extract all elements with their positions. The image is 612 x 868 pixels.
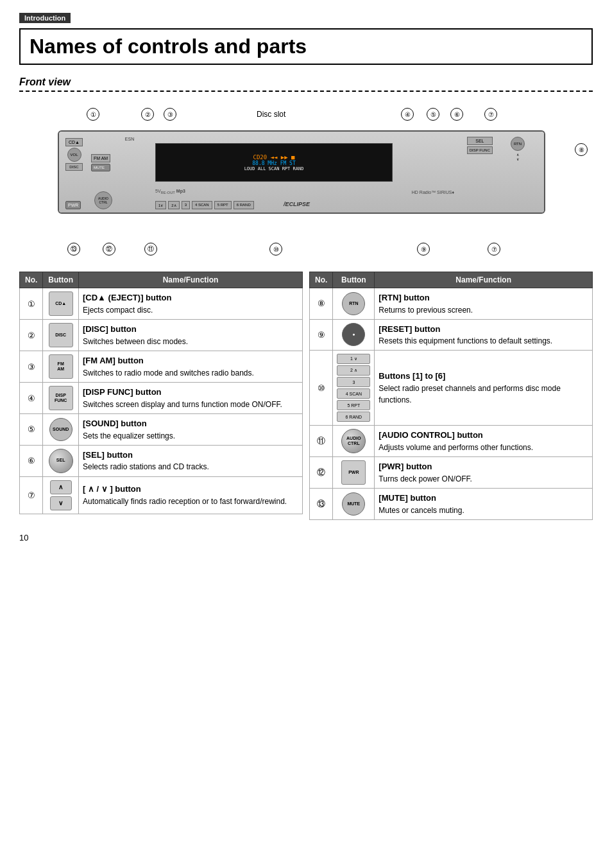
right-table: No. Button Name/Function ⑧ RTN [RTN] but…	[309, 272, 593, 520]
callout-11: ⑪	[144, 243, 157, 256]
row-number: ④	[20, 383, 43, 414]
row-button: MUTE	[333, 489, 375, 520]
row-number: ⑩	[310, 351, 333, 426]
disc-slot-label: Disc slot	[257, 110, 285, 119]
table-row: ⑫ PWR [PWR] buttonTurns deck power ON/OF…	[310, 457, 593, 489]
row-function: [ ∧ / ∨ ] buttonAutomatically finds radi…	[79, 476, 303, 514]
row-function: [SOUND] buttonSets the equalizer setting…	[79, 414, 303, 446]
table-row: ⑥ SEL [SEL] buttonSelects radio stations…	[20, 445, 303, 476]
row-function: [CD▲ (EJECT)] buttonEjects compact disc.	[79, 288, 303, 320]
row-button: CD▲	[43, 288, 79, 320]
table-row: ⑪ AUDIOCTRL [AUDIO CONTROL] buttonAdjust…	[310, 426, 593, 457]
table-row: ① CD▲ [CD▲ (EJECT)] buttonEjects compact…	[20, 288, 303, 320]
row-number: ②	[20, 320, 43, 351]
col-no-left: No.	[20, 272, 43, 288]
row-function: [RTN] buttonReturns to previous screen.	[375, 288, 593, 320]
table-row: ⑬ MUTE [MUTE] buttonMutes or cancels mut…	[310, 489, 593, 520]
row-button: ●	[333, 319, 375, 351]
table-row: ⑧ RTN [RTN] buttonReturns to previous sc…	[310, 288, 593, 320]
tables-container: No. Button Name/Function ① CD▲ [CD▲ (EJE…	[19, 272, 593, 520]
table-row: ⑨ ● [RESET] buttonResets this equipment …	[310, 319, 593, 351]
row-button: PWR	[333, 457, 375, 489]
callout-2: ②	[141, 108, 154, 121]
row-number: ⑨	[310, 319, 333, 351]
callout-6: ⑥	[450, 108, 463, 121]
page-number: 10	[19, 533, 593, 542]
callout-8: ⑧	[575, 143, 588, 156]
col-func-right: Name/Function	[375, 272, 593, 288]
col-btn-right: Button	[333, 272, 375, 288]
table-row: ⑤ SOUND [SOUND] buttonSets the equalizer…	[20, 414, 303, 446]
row-button: SEL	[43, 445, 79, 476]
table-row: ② DISC [DISC] buttonSwitches between dis…	[20, 320, 303, 351]
row-function: [PWR] buttonTurns deck power ON/OFF.	[375, 457, 593, 489]
front-view-heading: Front view	[19, 76, 593, 88]
callout-3: ③	[164, 108, 176, 121]
row-number: ⑧	[310, 288, 333, 320]
row-number: ⑦	[20, 476, 43, 514]
page-title: Names of controls and parts	[19, 28, 593, 65]
callout-4: ④	[401, 108, 414, 121]
col-no-right: No.	[310, 272, 333, 288]
row-number: ③	[20, 351, 43, 383]
stereo-diagram: CD▲ VOL DISC FM AM MUTE ESN CD20 ◄◄ ▶▶ ■…	[58, 130, 545, 214]
row-function: [RESET] buttonResets this equipment func…	[375, 319, 593, 351]
row-number: ①	[20, 288, 43, 320]
row-number: ⑬	[310, 489, 333, 520]
col-btn-left: Button	[43, 272, 79, 288]
row-button: DISPFUNC	[43, 383, 79, 414]
left-table: No. Button Name/Function ① CD▲ [CD▲ (EJE…	[19, 272, 303, 520]
row-function: [AUDIO CONTROL] buttonAdjusts volume and…	[375, 426, 593, 457]
row-button: FMAM	[43, 351, 79, 383]
row-function: [DISC] buttonSwitches between disc modes…	[79, 320, 303, 351]
row-function: Buttons [1] to [6]Select radio preset ch…	[375, 351, 593, 426]
callout-1: ①	[87, 108, 99, 121]
row-button: ∧ ∨	[43, 476, 79, 514]
table-row: ⑦ ∧ ∨ [ ∧ / ∨ ] buttonAutomatically find…	[20, 476, 303, 514]
row-button: 1 ∨2 ∧34 SCAN5 RPT6 RAND	[333, 351, 375, 426]
table-row: ⑩ 1 ∨2 ∧34 SCAN5 RPT6 RAND Buttons [1] t…	[310, 351, 593, 426]
row-function: [MUTE] buttonMutes or cancels muting.	[375, 489, 593, 520]
row-number: ⑤	[20, 414, 43, 446]
callout-5: ⑤	[427, 108, 439, 121]
callout-13: ⑬	[67, 243, 80, 256]
diagram-area: ① ② ③ Disc slot ④ ⑤ ⑥ ⑦ CD▲ VOL DISC FM …	[19, 105, 593, 259]
callout-10: ⑩	[269, 243, 282, 256]
row-button: AUDIOCTRL	[333, 426, 375, 457]
table-row: ④ DISPFUNC [DISP FUNC] buttonSwitches sc…	[20, 383, 303, 414]
row-number: ⑥	[20, 445, 43, 476]
callout-12: ⑫	[103, 243, 115, 256]
row-number: ⑪	[310, 426, 333, 457]
section-divider	[19, 91, 593, 92]
col-func-left: Name/Function	[79, 272, 303, 288]
row-number: ⑫	[310, 457, 333, 489]
row-function: [SEL] buttonSelects radio stations and C…	[79, 445, 303, 476]
section-label: Introduction	[19, 13, 593, 28]
callout-7-top: ⑦	[484, 108, 497, 121]
row-button: SOUND	[43, 414, 79, 446]
row-function: [FM AM] buttonSwitches to radio mode and…	[79, 351, 303, 383]
callout-9: ⑨	[417, 243, 430, 256]
row-button: RTN	[333, 288, 375, 320]
table-row: ③ FMAM [FM AM] buttonSwitches to radio m…	[20, 351, 303, 383]
row-button: DISC	[43, 320, 79, 351]
callout-7-bot: ⑦	[488, 243, 500, 256]
row-function: [DISP FUNC] buttonSwitches screen displa…	[79, 383, 303, 414]
